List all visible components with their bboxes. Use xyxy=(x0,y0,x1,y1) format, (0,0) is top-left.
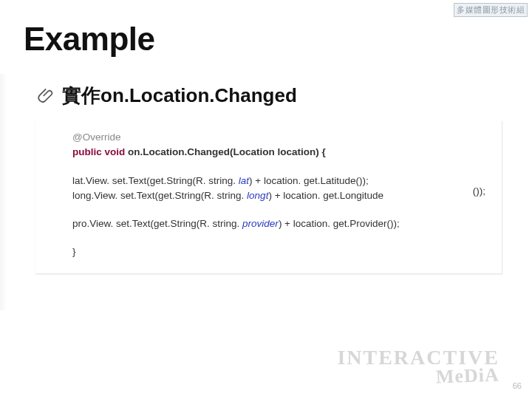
code-block: @Override public void on.Location.Change… xyxy=(35,121,502,274)
subheading-row: 實作on.Location.Changed xyxy=(37,83,297,109)
paperclip-icon xyxy=(37,86,56,106)
left-edge-shadow xyxy=(0,74,7,310)
page-number: 66 xyxy=(513,381,522,390)
code-frag-long-tail: ()); xyxy=(473,184,485,199)
org-badge: 多媒體圖形技術組 xyxy=(454,3,528,17)
code-line-close: } xyxy=(72,245,484,259)
code-line-lat: lat.View. set.Text(get.String(R. string.… xyxy=(72,174,484,188)
subheading-text: 實作on.Location.Changed xyxy=(62,83,297,109)
page-title: Example xyxy=(24,21,154,58)
brand-bottom: MeDiA xyxy=(436,366,500,387)
code-line-long: long.View. set.Text(get.String(R. string… xyxy=(72,188,484,203)
footer-brand: INTERACTIVE MeDiA xyxy=(337,348,499,386)
code-line-annotation: @Override xyxy=(72,130,484,145)
code-wrap: @Override public void on.Location.Change… xyxy=(35,121,502,274)
code-line-provider: pro.View. set.Text(get.String(R. string.… xyxy=(72,216,484,231)
code-line-signature: public void on.Location.Changed(Location… xyxy=(72,145,484,160)
